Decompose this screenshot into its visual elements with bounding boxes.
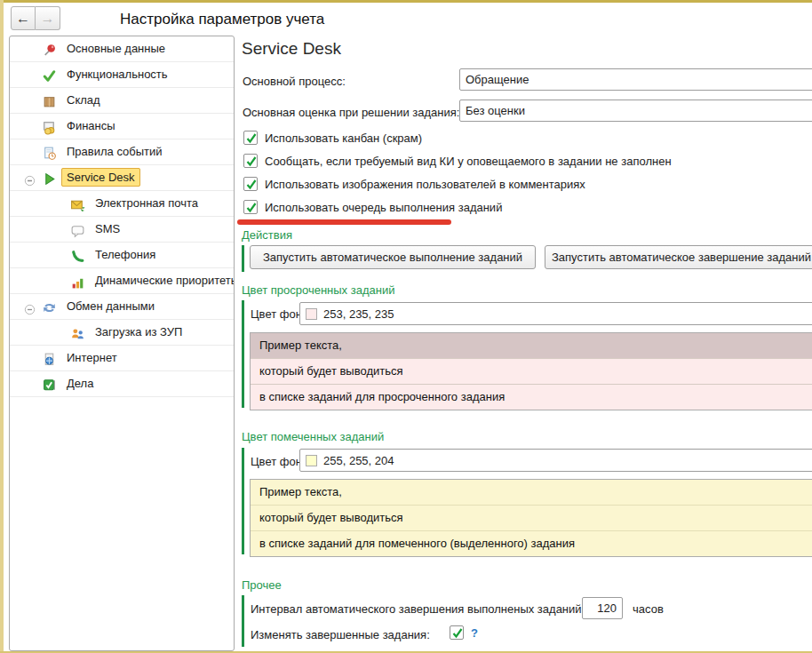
nav-history-buttons: ← →: [11, 6, 60, 30]
sidebar-item-label: Интернет: [67, 351, 117, 364]
window-frame-top: [0, 0, 812, 3]
speech-bubble-icon: [70, 222, 85, 237]
other-section-title: Прочее: [242, 578, 282, 592]
sidebar-item-main-data[interactable]: Основные данные: [10, 36, 234, 62]
overdue-bg-color-input[interactable]: 253, 235, 235: [299, 302, 812, 325]
crate-icon: [42, 93, 57, 108]
kanban-checkbox[interactable]: [243, 131, 258, 145]
sidebar-item-service-desk[interactable]: Service Desk: [10, 165, 234, 191]
checkmark-icon: [245, 131, 258, 145]
sidebar-item-event-rules[interactable]: Правила событий: [10, 139, 234, 165]
sidebar-item-warehouse[interactable]: Склад: [10, 88, 234, 114]
overdue-color-section-title: Цвет просроченных заданий: [242, 283, 394, 297]
overdue-section-bar: [242, 300, 244, 408]
edit-completed-label: Изменять завершенные задания:: [251, 628, 430, 642]
task-queue-checkbox[interactable]: [243, 200, 258, 214]
bar-chart-icon: [70, 274, 85, 289]
forward-button[interactable]: →: [36, 6, 60, 30]
arrow-left-icon: ←: [16, 11, 30, 27]
main-process-input[interactable]: [459, 68, 812, 91]
settings-sidebar: Основные данные Функциональность Склад Ф…: [9, 36, 235, 651]
collapse-expander-icon[interactable]: [23, 300, 36, 314]
sample-row-header: Пример текста,: [251, 480, 812, 505]
actions-section-title: Действия: [242, 228, 292, 242]
marked-bg-color-input[interactable]: 255, 255, 204: [299, 449, 812, 472]
window-frame-left: [0, 0, 4, 653]
sidebar-item-label: Телефония: [95, 248, 155, 261]
marked-color-swatch-icon: [306, 455, 317, 466]
pin-icon: [42, 42, 57, 57]
sidebar-item-email[interactable]: Электронная почта: [10, 191, 234, 217]
run-auto-complete-button[interactable]: Запустить автоматическое завершение зада…: [545, 245, 812, 269]
sidebar-item-label: Дела: [67, 377, 93, 390]
kanban-checkbox-label[interactable]: Использовать канбан (скрам): [265, 131, 422, 146]
sidebar-item-label: Загрузка из ЗУП: [95, 325, 182, 338]
help-link[interactable]: ?: [471, 626, 478, 640]
notify-ki-checkbox-label[interactable]: Сообщать, если требуемый вид КИ у оповещ…: [265, 155, 672, 169]
task-check-icon: [42, 377, 57, 392]
sidebar-item-internet[interactable]: Интернет: [10, 346, 234, 371]
phone-icon: [70, 248, 85, 263]
collapse-expander-icon[interactable]: [23, 171, 36, 185]
checkmark-icon: [245, 201, 258, 214]
sidebar-item-finance[interactable]: Финансы: [10, 114, 234, 139]
marked-color-section-title: Цвет помеченных заданий: [242, 430, 384, 443]
sidebar-item-functionality[interactable]: Функциональность: [10, 62, 234, 88]
other-section-bar: [242, 595, 244, 647]
notify-ki-checkbox[interactable]: [243, 154, 258, 168]
sidebar-item-label: Обмен данными: [67, 299, 155, 313]
checkmark-icon: [245, 178, 258, 191]
sidebar-item-sms[interactable]: SMS: [10, 217, 234, 243]
actions-section-bar: [242, 245, 244, 272]
globe-document-icon: [42, 351, 57, 366]
page-title: Настройка параметров учета: [120, 11, 324, 28]
sidebar-item-label: Функциональность: [67, 68, 168, 81]
envelope-icon: [70, 196, 85, 211]
sidebar-item-telephony[interactable]: Телефония: [10, 243, 234, 268]
user-images-checkbox-label[interactable]: Использовать изображения пользователей в…: [265, 178, 585, 192]
main-process-label: Основной процесс:: [243, 75, 346, 89]
people-icon: [70, 325, 85, 340]
overdue-color-value: 253, 235, 235: [323, 307, 394, 321]
sidebar-item-zup-import[interactable]: Загрузка из ЗУП: [10, 320, 234, 346]
checkmark-icon: [42, 68, 57, 83]
sidebar-item-label: Правила событий: [67, 145, 163, 158]
sidebar-item-label: Склад: [67, 93, 100, 107]
run-auto-execute-button[interactable]: Запустить автоматическое выполнение зада…: [250, 245, 536, 269]
coins-icon: [42, 119, 57, 134]
sample-row: в списке заданий для просроченного задан…: [251, 384, 812, 410]
checkmark-icon: [451, 626, 464, 640]
sync-arrows-icon: [42, 299, 57, 315]
sidebar-item-tasks[interactable]: Дела: [10, 371, 234, 397]
sample-row: в списке заданий для помеченного (выделе…: [251, 530, 812, 556]
play-icon: [42, 171, 57, 186]
sample-row: который будет выводиться: [251, 358, 812, 384]
sidebar-item-label: Динамические приоритеты: [95, 274, 235, 287]
annotation-underline: [237, 219, 451, 225]
section-title-service-desk: Service Desk: [242, 39, 341, 59]
overdue-color-swatch-icon: [306, 308, 317, 320]
task-queue-checkbox-label[interactable]: Использовать очередь выполнения заданий: [265, 201, 502, 215]
main-rating-input[interactable]: [459, 100, 812, 122]
sidebar-item-dynamic-priorities[interactable]: Динамические приоритеты: [10, 268, 234, 294]
checkmark-icon: [245, 155, 258, 168]
auto-complete-interval-label: Интервал автоматического завершения выпо…: [251, 602, 585, 617]
marked-color-value: 255, 255, 204: [323, 454, 394, 467]
marked-section-bar: [242, 448, 244, 554]
auto-complete-interval-input[interactable]: [582, 597, 623, 619]
sample-row: который будет выводиться: [251, 505, 812, 530]
interval-unit-label: часов: [633, 602, 664, 617]
edit-completed-checkbox[interactable]: [450, 625, 464, 640]
sidebar-item-label-selected: Service Desk: [61, 168, 140, 187]
sidebar-item-label: Электронная почта: [95, 196, 198, 210]
user-images-checkbox[interactable]: [243, 177, 258, 191]
marked-sample-table: Пример текста, который будет выводиться …: [250, 479, 812, 557]
sample-row-header: Пример текста,: [251, 333, 812, 358]
sidebar-item-data-exchange[interactable]: Обмен данными: [10, 294, 234, 320]
back-button[interactable]: ←: [11, 6, 36, 30]
document-clock-icon: [42, 145, 57, 160]
sidebar-item-label: Основные данные: [67, 42, 165, 55]
sidebar-item-label: Финансы: [67, 119, 115, 132]
main-rating-label: Основная оценка при решении задания:: [243, 106, 459, 120]
overdue-sample-table: Пример текста, который будет выводиться …: [250, 332, 812, 410]
